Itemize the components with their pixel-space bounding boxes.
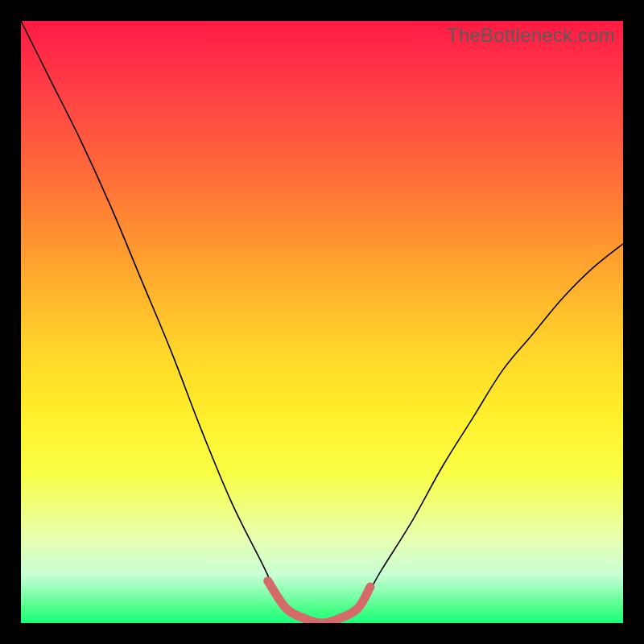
optimal-range-highlight <box>268 581 370 623</box>
bottleneck-curve <box>21 21 623 623</box>
chart-frame: TheBottleneck.com <box>21 21 623 623</box>
bottleneck-plot <box>21 21 623 623</box>
